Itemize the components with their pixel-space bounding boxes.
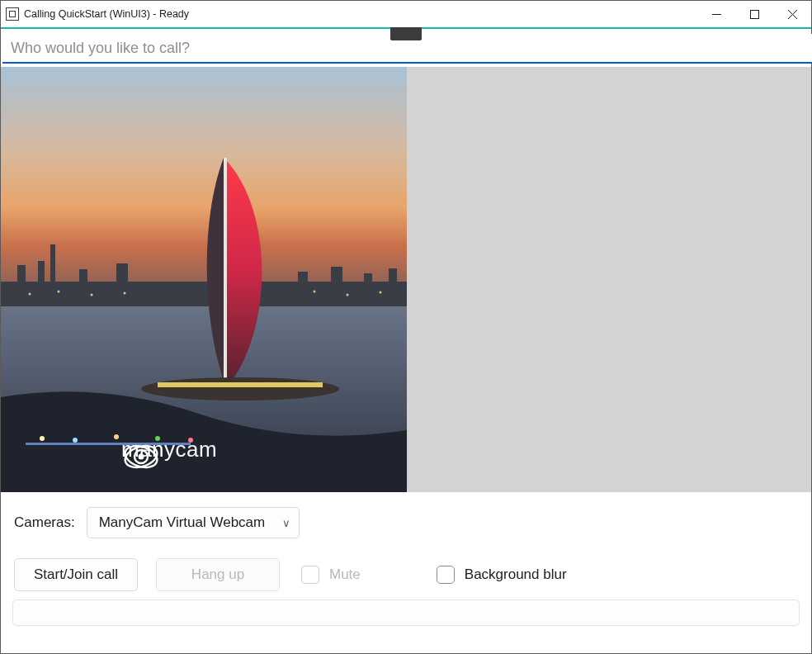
remote-video-placeholder <box>407 67 811 492</box>
svg-point-29 <box>314 291 316 293</box>
camera-select-value: ManyCam Virtual Webcam <box>99 514 266 531</box>
svg-rect-11 <box>116 263 128 298</box>
svg-point-30 <box>347 294 349 296</box>
video-row: manycam <box>1 67 811 492</box>
background-blur-label: Background blur <box>465 566 567 583</box>
svg-rect-13 <box>331 267 342 298</box>
svg-rect-1 <box>750 10 758 18</box>
svg-rect-12 <box>298 272 308 298</box>
minimize-button[interactable] <box>697 1 735 27</box>
maximize-button[interactable] <box>735 1 773 27</box>
controls-region: Cameras: ManyCam Virtual Webcam ∨ Start/… <box>1 492 811 600</box>
svg-point-31 <box>380 291 382 294</box>
chevron-down-icon: ∨ <box>282 517 290 529</box>
accent-strip <box>1 27 811 29</box>
app-window: Calling QuickStart (WinUI3) - Ready <box>0 0 812 654</box>
app-icon <box>6 7 19 21</box>
minimize-icon <box>712 10 721 19</box>
svg-rect-8 <box>38 261 45 298</box>
svg-point-23 <box>141 377 339 400</box>
camera-select[interactable]: ManyCam Virtual Webcam ∨ <box>87 507 300 538</box>
titlebar-left: Calling QuickStart (WinUI3) - Ready <box>6 7 189 21</box>
cameras-label: Cameras: <box>14 514 75 531</box>
close-button[interactable] <box>773 1 811 27</box>
hang-up-button[interactable]: Hang up <box>156 558 280 591</box>
svg-rect-14 <box>364 273 372 298</box>
status-output <box>12 600 800 626</box>
window-controls <box>697 1 811 27</box>
close-icon <box>788 10 797 19</box>
local-video-preview: manycam <box>1 67 407 492</box>
svg-rect-6 <box>1 282 407 306</box>
svg-rect-10 <box>79 269 87 298</box>
svg-rect-24 <box>158 382 323 387</box>
titlebar: Calling QuickStart (WinUI3) - Ready <box>1 1 811 27</box>
svg-rect-9 <box>50 244 55 298</box>
maximize-icon <box>750 10 759 19</box>
checkbox-box-icon <box>437 566 455 584</box>
svg-point-18 <box>73 438 78 443</box>
video-frame-illustration <box>1 67 407 492</box>
manycam-watermark: manycam <box>121 437 217 462</box>
svg-point-19 <box>114 434 119 439</box>
svg-rect-7 <box>17 265 26 298</box>
manycam-logo-icon <box>121 437 161 476</box>
action-row: Start/Join call Hang up Mute Background … <box>14 558 798 591</box>
camera-row: Cameras: ManyCam Virtual Webcam ∨ <box>14 507 798 538</box>
start-join-call-button[interactable]: Start/Join call <box>14 558 138 591</box>
svg-rect-22 <box>224 158 227 381</box>
window-title: Calling QuickStart (WinUI3) - Ready <box>24 8 189 20</box>
svg-point-28 <box>124 292 126 295</box>
background-blur-checkbox[interactable]: Background blur <box>437 566 567 584</box>
mute-checkbox[interactable]: Mute <box>301 566 361 584</box>
svg-point-27 <box>91 294 93 296</box>
svg-point-35 <box>139 454 144 460</box>
svg-rect-15 <box>389 268 397 298</box>
mute-label: Mute <box>329 566 361 583</box>
svg-point-17 <box>40 436 45 441</box>
svg-point-26 <box>58 291 60 293</box>
svg-point-25 <box>29 293 31 296</box>
checkbox-box-icon <box>301 566 319 584</box>
